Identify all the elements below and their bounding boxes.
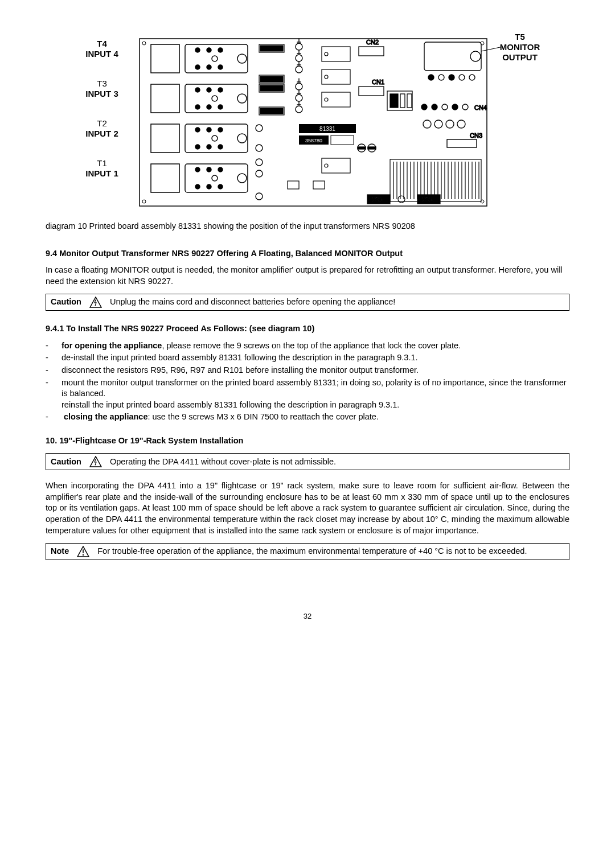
svg-point-144 xyxy=(83,554,84,556)
list-item: de-install the input printed board assem… xyxy=(54,352,569,364)
caution-text-2: Operating the DPA 4411 without cover-pla… xyxy=(110,456,336,468)
svg-point-92 xyxy=(470,51,481,61)
list-item: closing the appliance: use the 9 screws … xyxy=(54,412,569,423)
svg-point-55 xyxy=(296,66,302,73)
label-input3: INPUT 3 xyxy=(85,89,118,98)
svg-point-63 xyxy=(256,193,263,200)
svg-point-21 xyxy=(195,105,200,109)
svg-point-9 xyxy=(207,48,211,52)
svg-point-27 xyxy=(212,135,218,141)
svg-point-18 xyxy=(195,88,200,92)
svg-rect-86 xyxy=(407,94,412,108)
svg-point-10 xyxy=(218,48,223,52)
svg-rect-82 xyxy=(331,135,354,145)
svg-point-20 xyxy=(218,88,223,92)
svg-text:CN1: CN1 xyxy=(372,79,384,85)
svg-text:CN3: CN3 xyxy=(470,132,482,139)
page-number: 32 xyxy=(46,611,569,622)
svg-point-54 xyxy=(296,55,302,61)
svg-point-97 xyxy=(469,75,475,80)
svg-point-31 xyxy=(195,145,200,149)
note-text: For trouble-free operation of the applia… xyxy=(97,546,527,557)
svg-rect-73 xyxy=(288,181,299,189)
svg-rect-85 xyxy=(400,94,405,108)
label-t5: T5 xyxy=(515,34,525,42)
svg-point-61 xyxy=(256,159,263,166)
svg-point-38 xyxy=(195,167,200,172)
svg-text:358780: 358780 xyxy=(305,138,322,143)
label-input1: INPUT 1 xyxy=(85,168,118,178)
list-item: for opening the appliance, please remove… xyxy=(54,340,569,352)
caution-box-1: Caution Unplug the mains cord and discon… xyxy=(46,294,569,311)
svg-text:81331: 81331 xyxy=(319,126,335,132)
svg-point-60 xyxy=(256,145,263,151)
svg-rect-14 xyxy=(151,44,179,73)
svg-point-69 xyxy=(325,98,328,101)
svg-text:CN2: CN2 xyxy=(366,39,379,46)
svg-point-40 xyxy=(218,167,223,172)
svg-point-23 xyxy=(218,105,223,109)
svg-point-36 xyxy=(237,174,247,183)
svg-rect-24 xyxy=(151,84,179,113)
svg-point-57 xyxy=(296,94,302,101)
label-input2: INPUT 2 xyxy=(85,129,118,138)
svg-point-107 xyxy=(457,120,465,128)
svg-point-106 xyxy=(446,120,454,128)
label-monitor: MONITOR xyxy=(500,42,540,52)
svg-point-29 xyxy=(207,127,211,132)
label-output: OUTPUT xyxy=(502,52,538,62)
lightning-triangle-icon xyxy=(89,297,102,308)
caution-label: Caution xyxy=(51,297,81,308)
svg-point-1 xyxy=(142,42,146,45)
svg-point-19 xyxy=(207,88,211,92)
svg-point-96 xyxy=(459,75,465,80)
svg-point-67 xyxy=(325,75,328,79)
svg-rect-91 xyxy=(424,42,481,71)
svg-point-56 xyxy=(296,83,302,90)
svg-point-93 xyxy=(428,75,434,80)
svg-point-95 xyxy=(449,75,454,80)
caution-text-1: Unplug the mains cord and disconnect bat… xyxy=(110,297,395,308)
label-t2: T2 xyxy=(97,118,107,128)
svg-point-26 xyxy=(237,134,247,143)
svg-point-71 xyxy=(325,164,328,167)
heading-9-4-1: 9.4.1 To Install The NRS 90227 Proceed A… xyxy=(46,323,569,335)
svg-point-101 xyxy=(452,104,458,110)
svg-text:CN4: CN4 xyxy=(474,104,487,111)
install-steps-list: for opening the appliance, please remove… xyxy=(46,340,569,423)
svg-point-100 xyxy=(442,104,448,110)
caution-box-2: Caution Operating the DPA 4411 without c… xyxy=(46,453,569,470)
svg-point-65 xyxy=(325,52,328,56)
svg-rect-44 xyxy=(151,164,179,192)
svg-point-62 xyxy=(256,170,263,177)
svg-point-58 xyxy=(296,106,302,113)
svg-point-11 xyxy=(195,65,200,69)
note-label: Note xyxy=(51,546,69,557)
svg-point-59 xyxy=(256,125,263,131)
label-t4: T4 xyxy=(97,39,107,48)
svg-point-98 xyxy=(421,104,427,110)
svg-point-94 xyxy=(438,75,444,80)
svg-rect-108 xyxy=(447,139,477,147)
svg-point-16 xyxy=(237,94,247,103)
svg-point-8 xyxy=(195,48,200,52)
svg-rect-68 xyxy=(322,92,350,107)
svg-rect-70 xyxy=(322,158,350,173)
svg-point-53 xyxy=(296,43,302,50)
svg-rect-66 xyxy=(322,69,350,84)
label-input4: INPUT 4 xyxy=(85,49,118,59)
svg-point-30 xyxy=(218,127,223,132)
svg-point-39 xyxy=(207,167,211,172)
svg-point-17 xyxy=(212,96,218,101)
svg-point-13 xyxy=(218,65,223,69)
svg-point-104 xyxy=(423,120,431,128)
list-item: mount the monitor output transformer on … xyxy=(54,377,569,411)
svg-rect-34 xyxy=(151,124,179,153)
svg-rect-88 xyxy=(358,147,366,149)
svg-point-41 xyxy=(195,184,200,189)
exclamation-triangle-icon xyxy=(77,546,89,557)
svg-point-105 xyxy=(434,120,442,128)
svg-rect-46 xyxy=(260,46,283,51)
svg-point-7 xyxy=(212,56,218,61)
caution-label: Caution xyxy=(51,456,81,468)
